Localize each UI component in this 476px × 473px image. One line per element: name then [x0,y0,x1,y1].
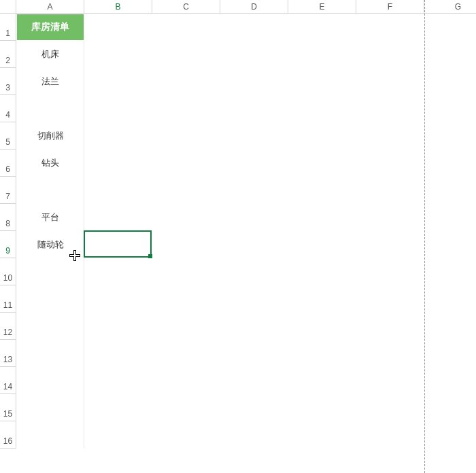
cell-text: 机床 [41,48,59,60]
row-header-6[interactable]: 6 [0,150,16,177]
row-header-14[interactable]: 14 [0,367,16,394]
col-header-C[interactable]: C [152,0,220,14]
col-header-F[interactable]: F [356,0,424,14]
cell-A7[interactable] [16,177,84,204]
col-header-A[interactable]: A [16,0,84,14]
col-header-D[interactable]: D [220,0,288,14]
col-header-G[interactable]: G [424,0,476,14]
cell-A9[interactable]: 随动轮 [16,231,84,258]
row-header-3[interactable]: 3 [0,68,16,95]
cell-A3[interactable]: 法兰 [16,68,84,95]
cell-text: 平台 [41,211,59,224]
page-break-line [424,0,425,473]
cell-A6[interactable]: 钻头 [16,150,84,177]
row-header-13[interactable]: 13 [0,340,16,367]
row-header-15[interactable]: 15 [0,394,16,421]
column-headers: ABCDEFG [0,0,476,14]
cell-A2[interactable]: 机床 [16,41,84,68]
row-header-2[interactable]: 2 [0,41,16,68]
corner-cell[interactable] [0,0,16,14]
row-header-11[interactable]: 11 [0,285,16,313]
col-header-B[interactable]: B [84,0,152,14]
row-headers: 12345678910111213141516 [0,14,16,449]
cell-text: 随动轮 [37,239,64,251]
selection-box [84,230,152,258]
spreadsheet[interactable]: ABCDEFG 12345678910111213141516 库房清单 机床法… [0,0,476,473]
row-header-1[interactable]: 1 [0,14,16,41]
row-header-7[interactable]: 7 [0,177,16,204]
row-header-10[interactable]: 10 [0,258,16,285]
cell-text: 法兰 [41,75,59,88]
row-header-4[interactable]: 4 [0,95,16,122]
cell-A4[interactable] [16,95,84,122]
row-header-5[interactable]: 5 [0,122,16,150]
row-header-16[interactable]: 16 [0,421,16,449]
cell-A5[interactable]: 切削器 [16,122,84,150]
row-header-12[interactable]: 12 [0,313,16,340]
row-header-9[interactable]: 9 [0,231,16,258]
row-header-8[interactable]: 8 [0,204,16,231]
col-header-E[interactable]: E [288,0,356,14]
cell-text: 切削器 [37,130,64,142]
fill-handle[interactable] [148,254,152,258]
cell-text: 钻头 [41,157,59,169]
cell-A8[interactable]: 平台 [16,204,84,231]
